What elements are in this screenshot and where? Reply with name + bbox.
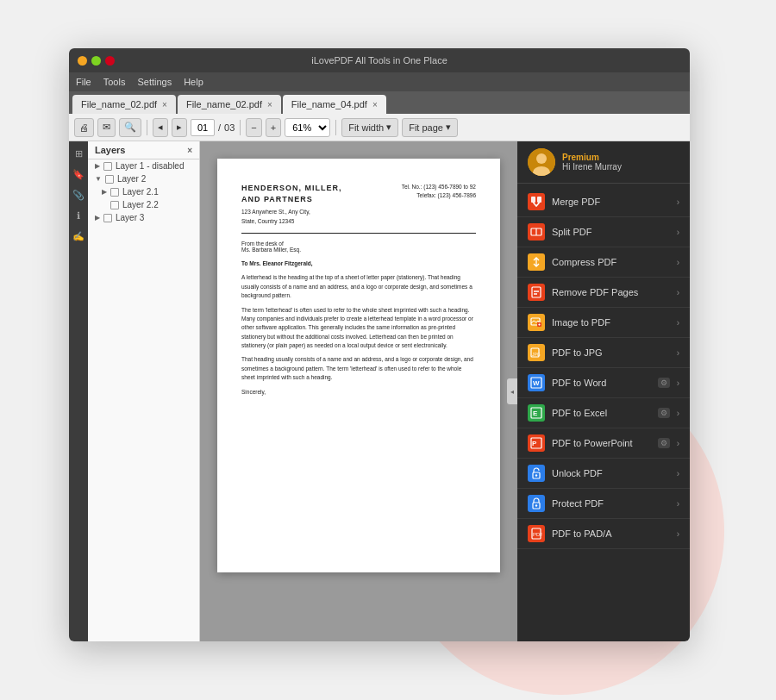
pdf-to-word-arrow: › bbox=[677, 378, 679, 388]
premium-header: Premium Hi Irene Murray bbox=[517, 141, 690, 184]
menu-help[interactable]: Help bbox=[184, 77, 203, 87]
pdf-address: 123 Anywhere St., Any City,State, Countr… bbox=[241, 208, 342, 226]
pdf-from-name: Ms. Barbara Miller, Esq. bbox=[241, 247, 476, 253]
layers-icon[interactable]: ⊞ bbox=[72, 147, 85, 160]
tab-0[interactable]: File_name_02.pdf × bbox=[72, 95, 176, 114]
tool-pdf-to-powerpoint[interactable]: P PDF to PowerPoint ⚙ › bbox=[517, 428, 690, 459]
tool-pdf-to-pada[interactable]: PDF PDF to PAD/A › bbox=[517, 519, 690, 549]
fit-page-button[interactable]: Fit page ▾ bbox=[402, 118, 458, 137]
pdf-to-jpg-icon: JPG bbox=[528, 344, 545, 361]
tool-pdf-to-jpg[interactable]: JPG PDF to JPG › bbox=[517, 338, 690, 368]
zoom-select[interactable]: 61% bbox=[285, 118, 330, 137]
menu-tools[interactable]: Tools bbox=[103, 77, 126, 87]
separator-1 bbox=[147, 120, 147, 135]
pdf-body: To Mrs. Eleanor Fitzgerald, A letterhead… bbox=[241, 259, 476, 397]
layers-close[interactable]: × bbox=[187, 146, 192, 155]
remove-pdf-pages-arrow: › bbox=[677, 288, 679, 297]
remove-pdf-pages-label: Remove PDF Pages bbox=[552, 287, 670, 297]
print-button[interactable]: 🖨 bbox=[74, 118, 94, 137]
tab-2[interactable]: File_name_04.pdf × bbox=[283, 95, 386, 114]
tool-unlock-pdf[interactable]: Unlock PDF › bbox=[517, 459, 690, 489]
info-icon[interactable]: ℹ bbox=[72, 209, 85, 222]
pdf-to-excel-icon: E bbox=[528, 404, 545, 422]
layer-2-icon bbox=[110, 188, 119, 197]
tool-image-to-pdf[interactable]: Image to PDF › bbox=[517, 308, 690, 338]
image-to-pdf-label: Image to PDF bbox=[552, 317, 670, 328]
unlock-pdf-label: Unlock PDF bbox=[552, 468, 670, 478]
pdf-to-word-label: PDF to Word bbox=[552, 378, 651, 388]
email-button[interactable]: ✉ bbox=[97, 118, 116, 137]
tool-pdf-to-excel[interactable]: E PDF to Excel ⚙ › bbox=[517, 398, 690, 428]
unlock-pdf-icon bbox=[528, 465, 545, 482]
main-area: ⊞ 🔖 📎 ℹ ✍ Layers × ▶ Layer 1 - disabled bbox=[69, 141, 690, 641]
pdf-para2: The term 'letterhead' is often used to r… bbox=[241, 306, 476, 351]
tools-list: Merge PDF › Split PDF › Compress PDF › R… bbox=[517, 184, 690, 641]
svg-text:E: E bbox=[533, 409, 538, 417]
split-pdf-label: Split PDF bbox=[552, 227, 670, 237]
bookmarks-icon[interactable]: 🔖 bbox=[72, 167, 85, 181]
layer-3-icon bbox=[110, 201, 119, 209]
pdf-tel: Tel. No.: (123) 456-7890 to 92 bbox=[402, 183, 476, 191]
search-button[interactable]: 🔍 bbox=[119, 118, 141, 137]
fit-width-button[interactable]: Fit width ▾ bbox=[341, 118, 398, 137]
right-panel: Premium Hi Irene Murray Merge PDF › Spli… bbox=[517, 141, 690, 641]
fit-page-arrow: ▾ bbox=[446, 122, 451, 133]
tool-pdf-to-word[interactable]: W PDF to Word ⚙ › bbox=[517, 368, 690, 398]
maximize-button[interactable] bbox=[91, 56, 101, 66]
layer-item-4[interactable]: ▶ Layer 3 bbox=[88, 211, 199, 224]
protect-pdf-label: Protect PDF bbox=[552, 498, 670, 509]
compress-pdf-icon bbox=[528, 253, 545, 271]
separator-3 bbox=[335, 120, 336, 135]
app-window: iLovePDF All Tools in One Place File Too… bbox=[69, 48, 690, 641]
minimize-button[interactable] bbox=[78, 56, 87, 66]
menu-bar: File Tools Settings Help bbox=[69, 72, 690, 91]
prev-page-button[interactable]: ◂ bbox=[153, 118, 168, 137]
signature-icon[interactable]: ✍ bbox=[72, 229, 85, 243]
page-input[interactable] bbox=[191, 119, 215, 136]
pdf-contact: Tel. No.: (123) 456-7890 to 92 Telefax: … bbox=[402, 183, 476, 226]
layer-item-0[interactable]: ▶ Layer 1 - disabled bbox=[88, 159, 199, 172]
layer-0-label: Layer 1 - disabled bbox=[116, 161, 185, 171]
layer-item-2[interactable]: ▶ Layer 2.1 bbox=[88, 185, 199, 198]
collapse-arrow[interactable]: ◂ bbox=[507, 378, 517, 404]
svg-text:PDF: PDF bbox=[533, 532, 542, 537]
next-page-button[interactable]: ▸ bbox=[172, 118, 187, 137]
protect-pdf-icon bbox=[528, 495, 545, 512]
pdf-to-powerpoint-badge: ⚙ bbox=[658, 438, 670, 448]
zoom-in-button[interactable]: + bbox=[266, 118, 281, 137]
merge-pdf-label: Merge PDF bbox=[552, 197, 670, 207]
pdf-viewer[interactable]: HENDERSON, MILLER,AND PARTNERS 123 Anywh… bbox=[200, 141, 517, 641]
split-pdf-arrow: › bbox=[677, 228, 679, 237]
pdf-from-desk: From the desk of bbox=[241, 241, 476, 247]
fit-page-label: Fit page bbox=[409, 122, 443, 133]
image-to-pdf-icon bbox=[528, 314, 545, 331]
menu-file[interactable]: File bbox=[76, 77, 91, 87]
tab-1-close[interactable]: × bbox=[267, 100, 272, 109]
pdf-to-powerpoint-icon: P bbox=[528, 434, 545, 452]
pdf-to-word-icon: W bbox=[528, 374, 545, 391]
layers-header: Layers × bbox=[88, 141, 199, 159]
pdf-closing: Sincerely, bbox=[241, 388, 476, 397]
tab-1-label: File_name_02.pdf bbox=[186, 99, 262, 109]
layer-2-label: Layer 2.1 bbox=[122, 187, 159, 197]
layer-item-1[interactable]: ▼ Layer 2 bbox=[88, 172, 199, 185]
layer-4-expand: ▶ bbox=[95, 214, 100, 222]
fit-width-arrow: ▾ bbox=[386, 122, 391, 133]
layer-4-label: Layer 3 bbox=[116, 213, 144, 222]
svg-rect-3 bbox=[531, 197, 535, 203]
layer-0-expand: ▶ bbox=[95, 162, 100, 170]
tool-protect-pdf[interactable]: Protect PDF › bbox=[517, 489, 690, 519]
tool-split-pdf[interactable]: Split PDF › bbox=[517, 217, 690, 247]
close-button[interactable] bbox=[105, 56, 115, 66]
tool-remove-pdf-pages[interactable]: Remove PDF Pages › bbox=[517, 278, 690, 308]
tab-0-close[interactable]: × bbox=[162, 100, 167, 109]
attachments-icon[interactable]: 📎 bbox=[72, 188, 85, 202]
zoom-out-button[interactable]: − bbox=[246, 118, 261, 137]
tab-2-close[interactable]: × bbox=[372, 100, 378, 109]
pdf-para3: That heading usually consists of a name … bbox=[241, 355, 476, 382]
tab-1[interactable]: File_name_02.pdf × bbox=[178, 95, 281, 114]
menu-settings[interactable]: Settings bbox=[137, 77, 172, 87]
tool-compress-pdf[interactable]: Compress PDF › bbox=[517, 247, 690, 278]
layer-item-3[interactable]: Layer 2.2 bbox=[88, 198, 199, 211]
tool-merge-pdf[interactable]: Merge PDF › bbox=[517, 187, 690, 217]
